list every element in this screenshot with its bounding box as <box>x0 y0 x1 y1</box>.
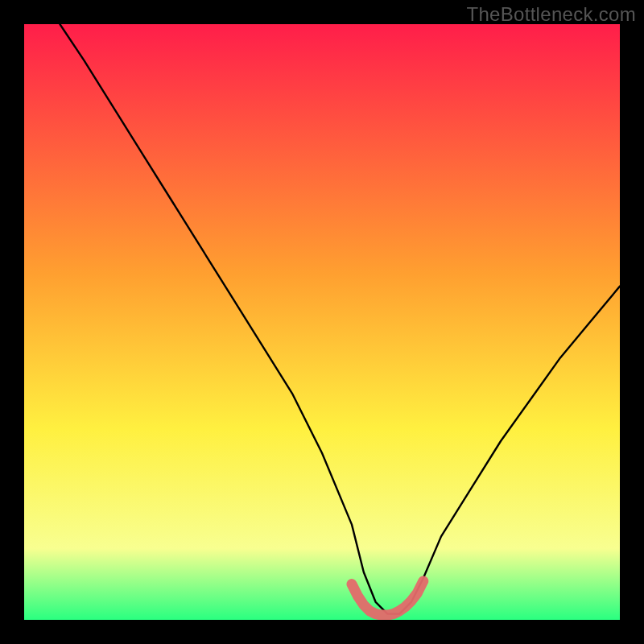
chart-frame: TheBottleneck.com <box>0 0 644 644</box>
chart-svg <box>24 24 620 620</box>
plot-area <box>24 24 620 620</box>
watermark-text: TheBottleneck.com <box>466 3 636 26</box>
gradient-background <box>24 24 620 620</box>
